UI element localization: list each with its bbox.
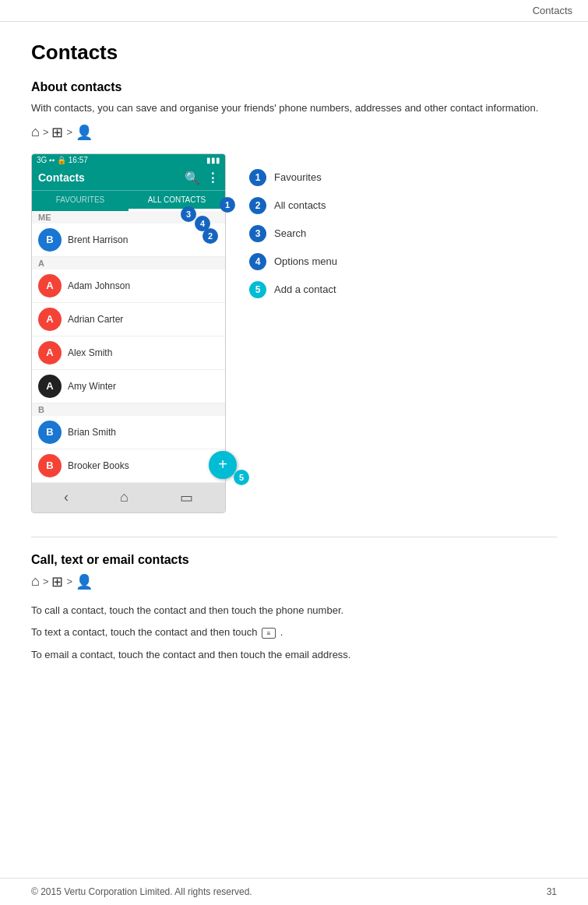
phone-header-title: Contacts xyxy=(38,171,85,184)
contact-brian: B Brian Smith xyxy=(32,416,225,449)
section-divider xyxy=(31,537,557,537)
name-brent: Brent Harrison xyxy=(68,234,128,245)
legend-item-2: 2 All contacts xyxy=(249,197,337,214)
legend-number-3: 3 xyxy=(249,225,266,242)
call-section: Call, text or email contacts ⌂ > ⊞ > 👤 T… xyxy=(31,553,557,664)
text-contact-text: To text a contact, touch the contact and… xyxy=(31,625,557,641)
legend-label-5: Add a contact xyxy=(274,283,336,295)
name-adam: Adam Johnson xyxy=(68,280,130,291)
name-adrian: Adrian Carter xyxy=(68,314,123,325)
contact-brooker: B Brooker Books xyxy=(32,449,225,483)
top-bar-title: Contacts xyxy=(533,5,572,16)
diagram-section: 3G ▪▪ 🔒 16:57 ▮▮▮ Contacts 🔍 ⋮ FAVOURITE… xyxy=(31,153,557,513)
footer-page-number: 31 xyxy=(547,886,557,897)
phone-mockup: 3G ▪▪ 🔒 16:57 ▮▮▮ Contacts 🔍 ⋮ FAVOURITE… xyxy=(31,153,226,513)
fab-add-contact[interactable]: + xyxy=(209,451,237,479)
section-label-a: A xyxy=(32,257,225,269)
phone-bottom-bar: ‹ ⌂ ▭ xyxy=(32,483,225,512)
footer-copyright: © 2015 Vertu Corporation Limited. All ri… xyxy=(31,886,252,897)
recents-icon: ▭ xyxy=(180,489,193,506)
home-icon: ⌂ xyxy=(31,124,40,140)
contact-alex: A Alex Smith xyxy=(32,336,225,370)
annotation-5: 5 xyxy=(234,470,249,485)
annotation-1: 1 xyxy=(220,197,235,213)
avatar-brian: B xyxy=(38,421,62,444)
tab-favourites[interactable]: FAVOURITES xyxy=(32,191,129,211)
phone-contacts-list: ME B Brent Harrison A A Adam Johnson A xyxy=(32,211,225,483)
back-icon: ‹ xyxy=(64,489,69,505)
legend-number-4: 4 xyxy=(249,253,266,270)
annotation-2: 2 xyxy=(202,228,218,244)
avatar-alex: A xyxy=(38,341,62,364)
name-amy: Amy Winter xyxy=(68,381,116,392)
nav-breadcrumb: ⌂ > ⊞ > 👤 xyxy=(31,124,557,141)
more-icon: ⋮ xyxy=(206,171,219,185)
section-label-b: B xyxy=(32,403,225,416)
avatar-brooker: B xyxy=(38,454,62,477)
name-alex: Alex Smith xyxy=(68,347,112,358)
phone-battery: ▮▮▮ xyxy=(206,156,220,164)
call-text: To call a contact, touch the contact and… xyxy=(31,603,557,619)
call-apps-icon: ⊞ xyxy=(51,573,63,590)
phone-diagram-wrapper: 3G ▪▪ 🔒 16:57 ▮▮▮ Contacts 🔍 ⋮ FAVOURITE… xyxy=(31,153,226,513)
message-inline-icon: ≡ xyxy=(262,628,276,639)
legend: 1 Favourites 2 All contacts 3 Search 4 O… xyxy=(249,153,337,298)
phone-header: Contacts 🔍 ⋮ xyxy=(32,166,225,190)
main-content: Contacts About contacts With contacts, y… xyxy=(0,22,588,685)
top-bar: Contacts xyxy=(0,0,588,22)
about-heading: About contacts xyxy=(31,80,557,94)
call-contact-icon: 👤 xyxy=(76,573,93,590)
phone-screen: 3G ▪▪ 🔒 16:57 ▮▮▮ Contacts 🔍 ⋮ FAVOURITE… xyxy=(31,153,226,513)
page-title: Contacts xyxy=(31,40,557,65)
legend-number-1: 1 xyxy=(249,169,266,186)
about-section: About contacts With contacts, you can sa… xyxy=(31,80,557,141)
home-nav-icon: ⌂ xyxy=(120,489,129,505)
phone-status-text: 3G ▪▪ 🔒 16:57 xyxy=(37,156,88,164)
legend-label-1: Favourites xyxy=(274,171,322,183)
legend-number-5: 5 xyxy=(249,281,266,298)
phone-tabs: FAVOURITES ALL CONTACTS xyxy=(32,190,225,211)
name-brian: Brian Smith xyxy=(68,427,116,438)
name-brooker: Brooker Books xyxy=(68,460,129,471)
call-nav-breadcrumb: ⌂ > ⊞ > 👤 xyxy=(31,573,557,590)
contact-amy: A Amy Winter xyxy=(32,370,225,403)
about-description: With contacts, you can save and organise… xyxy=(31,100,557,116)
annotation-3: 3 xyxy=(181,206,196,222)
legend-item-4: 4 Options menu xyxy=(249,253,337,270)
contact-icon: 👤 xyxy=(76,124,93,141)
call-home-icon: ⌂ xyxy=(31,573,40,590)
apps-icon: ⊞ xyxy=(51,124,63,141)
legend-item-1: 1 Favourites xyxy=(249,169,337,186)
legend-label-4: Options menu xyxy=(274,255,337,267)
contact-adrian: A Adrian Carter xyxy=(32,303,225,336)
legend-item-3: 3 Search xyxy=(249,225,337,242)
avatar-brent: B xyxy=(38,228,62,252)
legend-item-5: 5 Add a contact xyxy=(249,281,337,298)
avatar-adrian: A xyxy=(38,308,62,331)
call-section-heading: Call, text or email contacts xyxy=(31,553,557,567)
phone-header-icons: 🔍 ⋮ xyxy=(185,171,219,185)
avatar-adam: A xyxy=(38,274,62,298)
tab-all-contacts[interactable]: ALL CONTACTS xyxy=(129,191,225,211)
contact-adam: A Adam Johnson xyxy=(32,269,225,303)
email-text: To email a contact, touch the contact an… xyxy=(31,647,557,664)
phone-status-bar: 3G ▪▪ 🔒 16:57 ▮▮▮ xyxy=(32,154,225,166)
legend-label-2: All contacts xyxy=(274,199,326,211)
search-icon: 🔍 xyxy=(185,171,200,185)
avatar-amy: A xyxy=(38,375,62,398)
page-footer: © 2015 Vertu Corporation Limited. All ri… xyxy=(0,878,588,905)
legend-number-2: 2 xyxy=(249,197,266,214)
legend-label-3: Search xyxy=(274,227,306,239)
